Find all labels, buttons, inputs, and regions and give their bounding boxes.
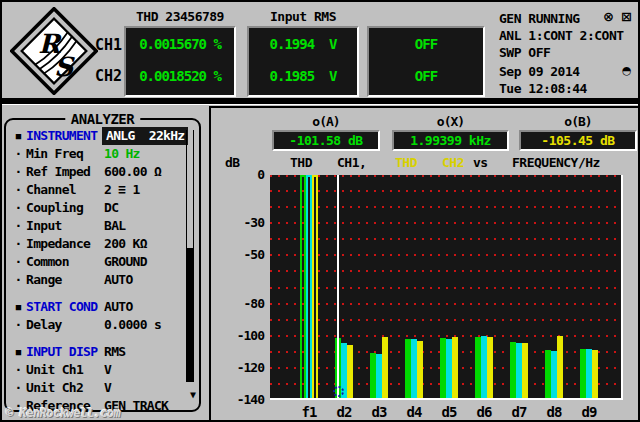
item-bullet-icon: · — [12, 253, 24, 271]
status-time: Tue 12:08:44 — [499, 81, 587, 96]
watermark: © KenRockwell.com — [6, 406, 120, 420]
menu-item-value: RMS — [104, 343, 125, 361]
item-bullet-icon: · — [12, 235, 24, 253]
thd-function-header: THD 23456789 — [124, 9, 236, 24]
menu-item-instrument[interactable]: ■INSTRUMENTANLG 22kHz — [10, 127, 192, 145]
gridline — [270, 319, 621, 321]
menu-item-value: V — [104, 361, 111, 379]
menu-spacer — [10, 334, 192, 343]
menu-item-label: START COND — [26, 298, 97, 316]
x-tick-label-d6: d6 — [467, 404, 501, 420]
generator-muted-icon: ⊗ — [603, 9, 614, 24]
bar-d2-ch2 — [347, 345, 353, 400]
menu-item-value: 200 KΩ — [104, 235, 147, 253]
instrument-screen: R S CH1 CH2 THD 23456789 0.0015670 % 0.0… — [0, 0, 640, 422]
bar-d8-ch2 — [557, 336, 563, 400]
swp-status: SWP OFF — [499, 45, 550, 60]
item-bullet-icon: · — [12, 271, 24, 289]
y-tick-label: -120 — [222, 360, 264, 375]
menu-item-impedance[interactable]: ·Impedance200 KΩ — [10, 235, 192, 253]
menu-scrollbar[interactable] — [186, 130, 194, 382]
menu-item-value: 600.00 Ω — [104, 163, 161, 181]
menu-item-label: Input — [26, 217, 62, 235]
svg-text:S: S — [54, 51, 75, 82]
menu-item-label: Delay — [26, 316, 62, 334]
y-tick-label: -80 — [222, 296, 264, 311]
bar-d5-ch2 — [452, 337, 458, 400]
menu-item-input-disp[interactable]: ■INPUT DISPRMS — [10, 343, 192, 361]
menu-item-start-cond[interactable]: ■START CONDAUTO — [10, 298, 192, 316]
item-bullet-icon: · — [12, 163, 24, 181]
menu-item-input[interactable]: ·InputBAL — [10, 217, 192, 235]
menu-item-range[interactable]: ·RangeAUTO — [10, 271, 192, 289]
analyzer-panel-title: ANALYZER — [65, 111, 140, 127]
item-bullet-icon: · — [12, 217, 24, 235]
gridline — [270, 175, 621, 177]
x-tick-label-d5: d5 — [432, 404, 466, 420]
x-tick-label-d4: d4 — [397, 404, 431, 420]
menu-item-label: Impedance — [26, 235, 90, 253]
menu-item-coupling[interactable]: ·CouplingDC — [10, 199, 192, 217]
cursor-o-marker[interactable] — [333, 386, 344, 397]
menu-item-label: Min Freq — [26, 145, 83, 163]
x-tick-label-d3: d3 — [362, 404, 396, 420]
thd-display: 0.0015670 % 0.0018520 % — [124, 26, 236, 97]
menu-item-ref-imped[interactable]: ·Ref Imped600.00 Ω — [10, 163, 192, 181]
gridline — [270, 287, 621, 289]
menu-item-value: ANLG 22kHz — [102, 127, 188, 145]
gridline — [270, 254, 621, 256]
menu-item-value: DC — [104, 199, 118, 217]
item-bullet-icon: · — [12, 181, 24, 199]
y-tick-label: -50 — [222, 247, 264, 262]
cursor-x-label: o(X) — [392, 114, 509, 129]
aux-ch2-value: OFF — [369, 68, 483, 84]
rohde-schwarz-logo: R S — [10, 7, 98, 95]
x-tick-label-f1: f1 — [292, 404, 326, 420]
x-tick-label-d7: d7 — [502, 404, 536, 420]
chart-title-ch2: CH2 — [442, 155, 464, 170]
menu-item-label: Unit Ch2 — [26, 379, 83, 397]
menu-item-unit-ch2[interactable]: ·Unit Ch2V — [10, 379, 192, 397]
input-rms-header: Input RMS — [247, 9, 359, 24]
menu-item-value: BAL — [104, 217, 125, 235]
menu-item-value: 2 ≡ 1 — [104, 181, 140, 199]
aux-display: OFF OFF — [367, 26, 485, 97]
monitor-muted-icon: ⊠ — [621, 9, 632, 24]
scroll-down-arrow-icon[interactable]: ▼ — [190, 390, 196, 400]
item-bullet-icon: · — [12, 379, 24, 397]
menu-item-min-freq[interactable]: ·Min Freq10 Hz — [10, 145, 192, 163]
section-bullet-icon: ■ — [12, 343, 24, 361]
menu-spacer — [10, 289, 192, 298]
menu-item-label: Channel — [26, 181, 76, 199]
section-bullet-icon: ■ — [12, 127, 24, 145]
chart-title-ch1: CH1, — [337, 155, 366, 170]
bar-d6-ch2 — [487, 337, 493, 400]
thd-chart-panel: o(A) o(X) o(B) -101.58 dB 1.99399 kHz -1… — [209, 106, 640, 422]
scrollbar-thumb[interactable] — [186, 248, 194, 382]
y-tick-label: -140 — [222, 392, 264, 407]
cursor-b-value: -105.45 dB — [519, 130, 637, 151]
status-date: Sep 09 2014 — [499, 64, 580, 79]
gridline — [270, 222, 621, 224]
anl-status: ANL 1:CONT 2:CONT — [499, 28, 624, 43]
gridline — [270, 270, 621, 272]
menu-item-delay[interactable]: ·Delay0.0000 s — [10, 316, 192, 334]
menu-item-value: AUTO — [104, 298, 133, 316]
rms-ch2-value: 0.1985 V — [249, 68, 357, 84]
y-tick-label: -100 — [222, 328, 264, 343]
menu-item-channel[interactable]: ·Channel2 ≡ 1 — [10, 181, 192, 199]
bar-plot-area — [270, 175, 623, 400]
cursor-line[interactable] — [337, 175, 339, 398]
gridline — [270, 206, 621, 208]
rms-ch1-value: 0.1994 V — [249, 36, 357, 52]
thd-ch2-value: 0.0018520 % — [126, 68, 234, 84]
menu-item-label: Ref Imped — [26, 163, 90, 181]
menu-item-unit-ch1[interactable]: ·Unit Ch1V — [10, 361, 192, 379]
menu-item-common[interactable]: ·CommonGROUND — [10, 253, 192, 271]
ch2-label: CH2 — [95, 67, 122, 85]
x-tick-label-d2: d2 — [327, 404, 361, 420]
aux-ch1-value: OFF — [369, 36, 483, 52]
cursor-a-label: o(A) — [272, 114, 380, 129]
section-bullet-icon: ■ — [12, 298, 24, 316]
chart-title-thd2: THD — [395, 155, 417, 170]
